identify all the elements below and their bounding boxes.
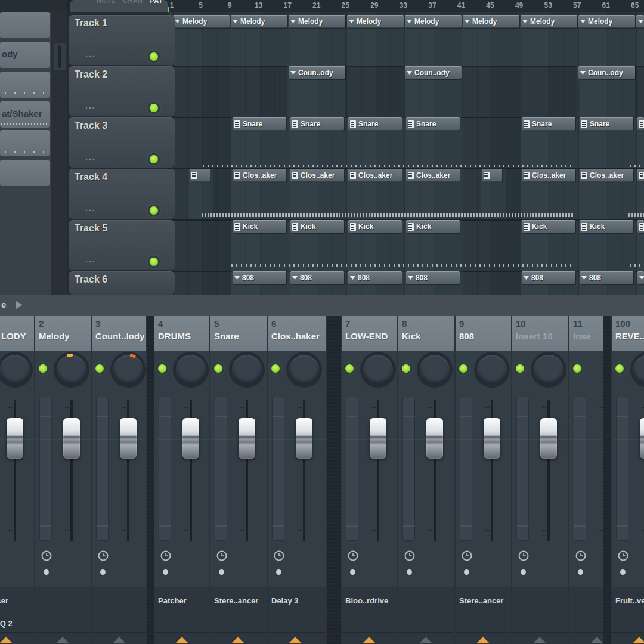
playlist-clip[interactable]: Melody xyxy=(347,15,404,28)
plugin-slot-2[interactable] xyxy=(456,614,511,633)
pan-knob[interactable] xyxy=(363,355,393,385)
channel-select-dot[interactable] xyxy=(620,569,626,575)
mute-led[interactable] xyxy=(573,364,581,373)
plugin-slot-2[interactable] xyxy=(92,614,146,633)
playlist-clip[interactable]: Snare xyxy=(290,117,344,131)
track-menu-dots[interactable]: ... xyxy=(85,203,96,213)
playlist-clip[interactable]: Melody xyxy=(173,15,230,28)
playlist-clip[interactable] xyxy=(637,117,644,131)
playlist-clip[interactable]: 808 xyxy=(406,271,460,284)
plugin-slot-1[interactable]: Patcher xyxy=(154,587,209,614)
plugin-slot-1[interactable]: Bloo..rdrive xyxy=(342,587,397,614)
channel-select-dot[interactable] xyxy=(464,569,469,575)
playlist-clip[interactable]: Snare xyxy=(348,117,402,131)
mute-led[interactable] xyxy=(345,364,354,373)
pan-knob[interactable] xyxy=(57,355,86,385)
track-header[interactable]: Track 3... xyxy=(69,117,175,168)
plugin-slot-1[interactable] xyxy=(569,587,603,614)
plugin-slot-2[interactable] xyxy=(154,614,209,633)
channel-select-dot[interactable] xyxy=(219,569,224,575)
track-enable-led[interactable] xyxy=(150,206,158,215)
playlist-clip[interactable] xyxy=(482,169,502,182)
playlist-clip[interactable] xyxy=(637,169,644,182)
plugin-slot-2[interactable] xyxy=(268,614,326,633)
volume-fader-handle[interactable] xyxy=(540,418,557,459)
playlist-clip[interactable] xyxy=(637,220,644,233)
playlist-clip[interactable]: Melody xyxy=(289,15,345,28)
channel-select-dot[interactable] xyxy=(100,569,106,575)
playlist-clip[interactable]: Kick xyxy=(522,220,575,233)
track-header[interactable]: Track 4... xyxy=(69,169,175,219)
volume-fader-handle[interactable] xyxy=(63,418,80,459)
channel-select-dot[interactable] xyxy=(44,569,49,575)
channel-select-dot[interactable] xyxy=(521,569,526,575)
track-menu-dots[interactable]: ... xyxy=(85,152,96,162)
volume-fader-handle[interactable] xyxy=(296,418,312,459)
plugin-slot-1[interactable] xyxy=(92,587,146,614)
pan-knob[interactable] xyxy=(0,355,30,385)
plugin-slot-2[interactable] xyxy=(210,614,267,633)
playlist-clip[interactable]: Clos..aker xyxy=(522,169,575,182)
channel-select-dot[interactable] xyxy=(578,569,583,575)
plugin-slot-2[interactable] xyxy=(35,614,91,633)
playlist-clip[interactable]: Snare xyxy=(406,117,460,131)
tab-pat[interactable]: PAT xyxy=(150,0,163,12)
track-enable-led[interactable] xyxy=(150,104,158,112)
mute-led[interactable] xyxy=(158,364,166,373)
volume-fader-handle[interactable] xyxy=(120,418,137,459)
plugin-slot-2[interactable] xyxy=(612,614,644,633)
plugin-slot-1[interactable] xyxy=(35,587,91,614)
pan-knob[interactable] xyxy=(232,355,262,385)
plugin-slot-1[interactable]: e..ancer xyxy=(0,587,34,614)
track-menu-dots[interactable]: ... xyxy=(85,49,96,59)
playlist-clip[interactable] xyxy=(637,271,644,284)
pan-knob[interactable] xyxy=(420,355,450,385)
playlist-clip[interactable]: Coun..ody xyxy=(578,66,635,79)
playlist-clip[interactable]: Melody xyxy=(463,15,519,28)
playlist-clip[interactable]: Coun..ody xyxy=(289,66,345,79)
playlist-clip[interactable] xyxy=(190,169,210,182)
plugin-slot-2[interactable]: am. EQ 2 xyxy=(0,614,34,633)
plugin-slot-2[interactable] xyxy=(398,614,454,633)
mute-led[interactable] xyxy=(271,364,280,373)
pan-knob[interactable] xyxy=(176,355,206,385)
playlist-clip[interactable]: 808 xyxy=(233,271,286,284)
plugin-slot-1[interactable]: Stere..ancer xyxy=(456,587,511,614)
channel-select-dot[interactable] xyxy=(163,569,168,575)
channel-select-dot[interactable] xyxy=(407,569,412,575)
playlist-clip[interactable]: Melody xyxy=(578,15,635,28)
track-header[interactable]: Track 5... xyxy=(69,220,175,270)
plugin-slot-1[interactable]: Delay 3 xyxy=(268,587,326,614)
pattern-picker-item[interactable] xyxy=(0,12,50,38)
pan-knob[interactable] xyxy=(113,355,143,385)
pan-knob[interactable] xyxy=(534,355,564,385)
plugin-slot-2[interactable] xyxy=(569,614,603,633)
pattern-picker-item[interactable] xyxy=(0,72,50,98)
volume-fader-handle[interactable] xyxy=(426,418,443,459)
playlist-clip[interactable]: Clos..aker xyxy=(348,169,402,182)
playlist-clip[interactable]: 808 xyxy=(290,271,344,284)
playlist-clip[interactable]: Clos..aker xyxy=(290,169,344,182)
plugin-slot-1[interactable] xyxy=(512,587,568,614)
track-enable-led[interactable] xyxy=(150,258,158,266)
track-header[interactable]: Track 6 xyxy=(69,271,175,295)
mute-led[interactable] xyxy=(214,364,222,373)
playlist-clip[interactable]: Clos..aker xyxy=(580,169,633,182)
channel-select-dot[interactable] xyxy=(350,569,355,575)
playlist-clip[interactable]: 808 xyxy=(348,271,402,284)
tab-chan[interactable]: CHAN xyxy=(123,0,143,12)
playlist-clip[interactable] xyxy=(636,15,644,28)
volume-fader-handle[interactable] xyxy=(239,418,255,459)
playhead-start-marker[interactable] xyxy=(168,7,169,12)
pan-knob[interactable] xyxy=(289,355,319,385)
playlist-clip[interactable]: Kick xyxy=(580,220,633,233)
timeline-ruler[interactable]: 1591317212529333741454953576165 xyxy=(168,0,644,12)
mute-led[interactable] xyxy=(95,364,104,373)
volume-fader-handle[interactable] xyxy=(370,418,386,459)
playlist-clip[interactable]: Coun..ody xyxy=(405,66,462,79)
plugin-slot-2[interactable] xyxy=(342,614,397,633)
playlist-clip[interactable]: Melody xyxy=(521,15,577,28)
mute-led[interactable] xyxy=(459,364,467,373)
channel-select-dot[interactable] xyxy=(276,569,281,575)
track-menu-dots[interactable]: ... xyxy=(85,255,96,264)
